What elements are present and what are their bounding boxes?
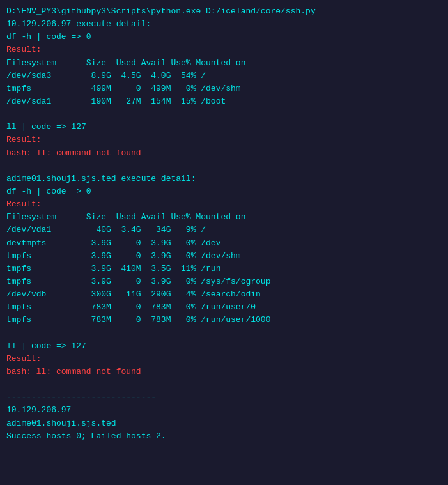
terminal-line: /dev/vdb 300G 11G 290G 4% /search/odin [6,288,442,301]
terminal-line: Success hosts 0; Failed hosts 2. [6,430,442,443]
terminal-line: bash: ll: command not found [6,366,442,378]
terminal-line: df -h | code => 0 [6,31,442,43]
terminal-line: /dev/sda1 190M 27M 154M 15% /boot [6,95,442,108]
terminal-line: Filesystem Size Used Avail Use% Mounted … [6,57,442,70]
terminal-line: tmpfs 499M 0 499M 0% /dev/shm [6,82,442,95]
terminal-line: ------------------------------ [6,391,442,404]
empty-line [6,108,442,121]
terminal-line: tmpfs 3.9G 0 3.9G 0% /dev/shm [6,250,442,263]
terminal-line: devtmpfs 3.9G 0 3.9G 0% /dev [6,237,442,250]
terminal-window: D:\ENV_PY3\githubpy3\Scripts\python.exe … [6,5,442,485]
terminal-line: tmpfs 3.9G 0 3.9G 0% /sys/fs/cgroup [6,275,442,288]
terminal-line: ll | code => 127 [6,121,442,134]
terminal-line: adime01.shouji.sjs.ted execute detail: [6,173,442,185]
terminal-line: tmpfs 783M 0 783M 0% /run/user/0 [6,301,442,314]
terminal-line: Result: [6,198,442,211]
terminal-line: tmpfs 3.9G 410M 3.5G 11% /run [6,263,442,275]
terminal-line: /dev/sda3 8.9G 4.5G 4.0G 54% / [6,70,442,82]
terminal-line: tmpfs 783M 0 783M 0% /run/user/1000 [6,314,442,327]
terminal-line: D:\ENV_PY3\githubpy3\Scripts\python.exe … [6,5,442,18]
terminal-line: Result: [6,134,442,146]
terminal-line: bash: ll: command not found [6,147,442,160]
terminal-line: 10.129.206.97 [6,404,442,417]
terminal-line: ll | code => 127 [6,340,442,353]
empty-line [6,378,442,391]
terminal-line: 10.129.206.97 execute detail: [6,18,442,31]
empty-line [6,327,442,340]
terminal-line: Filesystem Size Used Avail Use% Mounted … [6,211,442,224]
terminal-line: Result: [6,353,442,366]
terminal-line: adime01.shouji.sjs.ted [6,417,442,430]
terminal-line: Result: [6,43,442,56]
terminal-line: df -h | code => 0 [6,185,442,198]
terminal-line: /dev/vda1 40G 3.4G 34G 9% / [6,224,442,236]
empty-line [6,160,442,173]
